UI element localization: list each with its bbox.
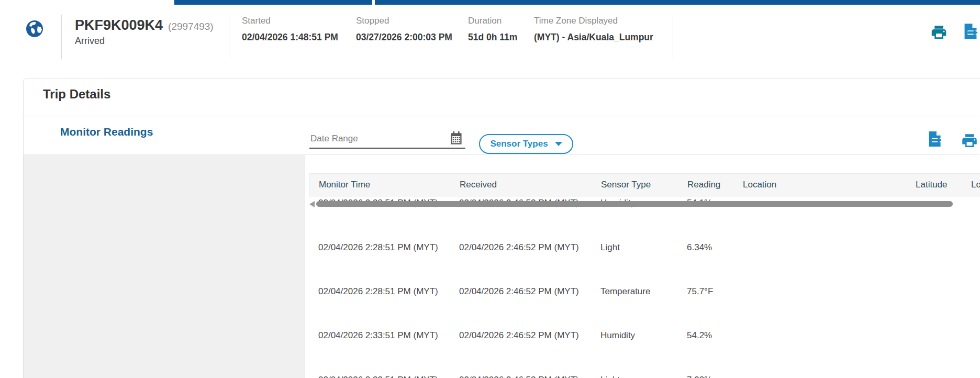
table-row: 02/04/2026 2:28:51 PM (MYT) 02/04/2026 2… bbox=[309, 239, 980, 283]
cell-sensor-type: Light bbox=[600, 240, 684, 254]
cell-received: 02/04/2026 2:46:52 PM (MYT) bbox=[459, 240, 580, 254]
scrollbar-left-arrow-icon[interactable] bbox=[309, 201, 315, 207]
chevron-down-icon bbox=[555, 142, 562, 146]
header-divider bbox=[229, 15, 229, 59]
header-divider bbox=[673, 15, 673, 59]
cell-monitor-time: 02/04/2026 2:33:51 PM (MYT) bbox=[318, 328, 439, 342]
column-header-longitude: Longitude bbox=[971, 180, 980, 190]
cell-received: 02/04/2026 2:46:52 PM (MYT) bbox=[459, 284, 580, 298]
sensor-types-label: Sensor Types bbox=[490, 139, 548, 149]
field-label: Stopped bbox=[356, 16, 389, 26]
date-range-input[interactable] bbox=[309, 131, 465, 149]
table-row: 02/04/2026 2:33:51 PM (MYT) 02/04/2026 2… bbox=[309, 372, 980, 378]
printer-icon[interactable] bbox=[930, 24, 948, 41]
section-divider bbox=[24, 116, 979, 116]
header-divider bbox=[61, 15, 62, 59]
field-value: 03/27/2026 2:00:03 PM bbox=[356, 32, 452, 43]
cell-reading: 54.2% bbox=[687, 328, 750, 342]
trip-status: Arrived bbox=[75, 36, 105, 47]
file-export-icon[interactable] bbox=[927, 130, 943, 148]
calendar-icon[interactable] bbox=[449, 131, 463, 146]
cell-reading: 75.7°F bbox=[687, 284, 750, 298]
column-header-monitor-time: Monitor Time bbox=[319, 180, 370, 190]
cell-received: 02/04/2026 2:46:52 PM (MYT) bbox=[459, 328, 580, 342]
horizontal-scrollbar-thumb[interactable] bbox=[316, 201, 953, 207]
column-header-location: Location bbox=[743, 180, 776, 190]
section-title-monitor-readings: Monitor Readings bbox=[60, 126, 153, 138]
left-panel bbox=[24, 155, 305, 378]
field-value: 02/04/2026 1:48:51 PM bbox=[242, 32, 338, 43]
column-header-reading: Reading bbox=[687, 180, 720, 190]
cell-reading: 7.93% bbox=[687, 373, 750, 378]
top-accent-bar-right bbox=[375, 0, 980, 5]
cell-monitor-time: 02/04/2026 2:28:51 PM (MYT) bbox=[318, 240, 439, 254]
trip-id: PKF9K009K4(2997493) bbox=[75, 17, 214, 34]
cell-received: 02/04/2026 2:46:52 PM (MYT) bbox=[459, 373, 580, 378]
cell-sensor-type: Humidity bbox=[600, 328, 684, 342]
table-row: 02/04/2026 2:33:51 PM (MYT) 02/04/2026 2… bbox=[309, 327, 980, 371]
file-export-icon[interactable] bbox=[962, 22, 979, 41]
field-value: 51d 0h 11m bbox=[468, 32, 517, 43]
column-header-received: Received bbox=[460, 180, 497, 190]
cell-sensor-type: Temperature bbox=[600, 284, 684, 298]
cell-monitor-time: 02/04/2026 2:33:51 PM (MYT) bbox=[318, 373, 439, 378]
field-label: Duration bbox=[468, 16, 502, 26]
column-header-latitude: Latitude bbox=[916, 180, 948, 190]
field-value: (MYT) - Asia/Kuala_Lumpur bbox=[534, 32, 653, 43]
trip-code: (2997493) bbox=[168, 21, 214, 32]
table-header-row: Monitor Time Received Sensor Type Readin… bbox=[309, 173, 980, 197]
cell-sensor-type: Light bbox=[600, 373, 684, 378]
cell-monitor-time: 02/04/2026 2:28:51 PM (MYT) bbox=[318, 284, 439, 298]
field-label: Started bbox=[242, 16, 271, 26]
card-title: Trip Details bbox=[43, 87, 110, 102]
cell-reading: 6.34% bbox=[687, 240, 750, 254]
column-header-sensor-type: Sensor Type bbox=[601, 180, 651, 190]
table-row: 02/04/2026 2:28:51 PM (MYT) 02/04/2026 2… bbox=[309, 283, 980, 327]
globe-icon bbox=[25, 19, 44, 38]
sensor-types-dropdown[interactable]: Sensor Types bbox=[479, 134, 573, 154]
printer-icon[interactable] bbox=[960, 132, 979, 149]
top-accent-bar-left bbox=[174, 0, 372, 5]
field-label: Time Zone Displayed bbox=[534, 16, 618, 26]
